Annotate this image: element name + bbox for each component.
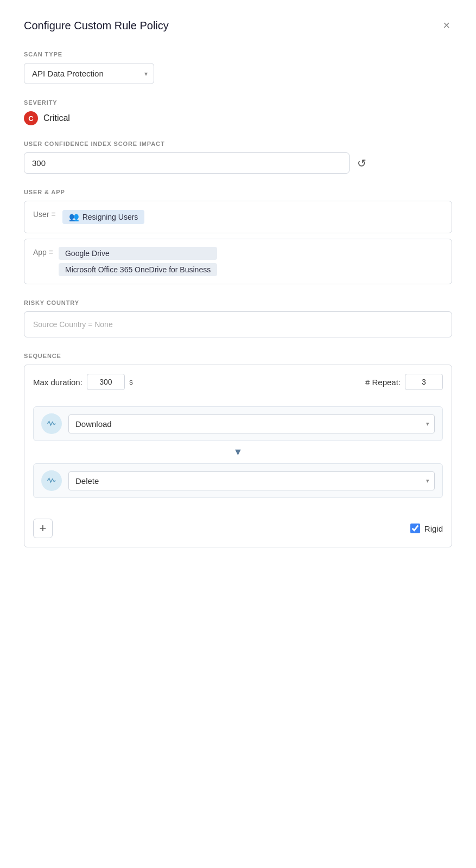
- sequence-box: Max duration: s # Repeat:: [24, 365, 452, 547]
- sequence-arrow-down: ▼: [33, 441, 443, 463]
- severity-label: SEVERITY: [24, 99, 452, 106]
- max-duration-input[interactable]: [87, 374, 125, 390]
- scan-type-select[interactable]: API Data Protection CASB Endpoint DLP: [24, 63, 154, 84]
- users-icon: 👥: [69, 212, 79, 222]
- user-tag-label: Resigning Users: [82, 213, 138, 221]
- app-tag-0[interactable]: Google Drive: [59, 247, 217, 260]
- risky-country-label: RISKY COUNTRY: [24, 299, 452, 306]
- user-tag[interactable]: 👥 Resigning Users: [62, 210, 145, 224]
- risky-country-section: RISKY COUNTRY Source Country = None: [24, 299, 452, 337]
- uci-label: USER CONFIDENCE INDEX SCORE IMPACT: [24, 141, 452, 147]
- sequence-inner: Download Upload Delete Share ▾ ▼: [33, 401, 443, 503]
- max-duration-group: Max duration: s: [33, 374, 133, 390]
- user-field-box[interactable]: User = 👥 Resigning Users: [24, 201, 452, 233]
- user-field-label: User =: [33, 209, 56, 219]
- activity-waveform-icon-0: [47, 419, 56, 429]
- sequence-label: SEQUENCE: [24, 353, 452, 359]
- sequence-footer: + Rigid: [33, 514, 443, 538]
- app-field-box[interactable]: App = Google Drive Microsoft Office 365 …: [24, 239, 452, 284]
- activity-select-wrapper-1: Download Upload Delete Share ▾: [68, 471, 435, 490]
- repeat-label: # Repeat:: [365, 378, 401, 387]
- max-duration-unit: s: [129, 378, 133, 386]
- scan-type-label: SCAN TYPE: [24, 51, 452, 58]
- rigid-label[interactable]: Rigid: [424, 524, 443, 533]
- activity-waveform-icon-1: [47, 476, 56, 486]
- modal-header: Configure Custom Rule Policy ×: [24, 17, 452, 34]
- severity-value: Critical: [43, 113, 70, 123]
- risky-country-placeholder: Source Country = None: [33, 320, 113, 329]
- rigid-row: Rigid: [410, 524, 443, 533]
- risky-country-box[interactable]: Source Country = None: [24, 311, 452, 337]
- uci-reset-button[interactable]: ↺: [355, 155, 369, 172]
- modal-title: Configure Custom Rule Policy: [24, 20, 169, 32]
- severity-badge: C: [24, 111, 38, 125]
- activity-row-0: Download Upload Delete Share ▾: [33, 406, 443, 441]
- repeat-group: # Repeat:: [365, 374, 443, 390]
- activity-select-0[interactable]: Download Upload Delete Share: [68, 414, 435, 433]
- activity-icon-0: [41, 413, 62, 434]
- activity-select-1[interactable]: Download Upload Delete Share: [68, 471, 435, 490]
- max-duration-label: Max duration:: [33, 378, 82, 387]
- sequence-header: Max duration: s # Repeat:: [33, 374, 443, 390]
- repeat-input[interactable]: [405, 374, 443, 390]
- activity-icon-1: [41, 470, 62, 491]
- sequence-section: SEQUENCE Max duration: s # Repeat:: [24, 353, 452, 547]
- scan-type-select-wrapper: API Data Protection CASB Endpoint DLP ▾: [24, 63, 154, 84]
- add-activity-button[interactable]: +: [33, 519, 53, 538]
- activity-row-1: Download Upload Delete Share ▾: [33, 463, 443, 498]
- uci-row: ↺: [24, 152, 452, 174]
- uci-input[interactable]: [24, 152, 350, 174]
- app-tag-1[interactable]: Microsoft Office 365 OneDrive for Busine…: [59, 263, 217, 276]
- configure-modal: Configure Custom Rule Policy × SCAN TYPE…: [0, 0, 476, 868]
- severity-row: C Critical: [24, 111, 452, 125]
- user-app-section: USER & APP User = 👥 Resigning Users App …: [24, 189, 452, 284]
- user-app-label: USER & APP: [24, 189, 452, 195]
- close-button[interactable]: ×: [441, 17, 452, 34]
- activity-select-wrapper-0: Download Upload Delete Share ▾: [68, 414, 435, 433]
- app-field-label: App =: [33, 247, 53, 257]
- severity-section: SEVERITY C Critical: [24, 99, 452, 125]
- rigid-checkbox[interactable]: [410, 524, 420, 533]
- uci-section: USER CONFIDENCE INDEX SCORE IMPACT ↺: [24, 141, 452, 174]
- app-tags: Google Drive Microsoft Office 365 OneDri…: [59, 247, 217, 276]
- scan-type-section: SCAN TYPE API Data Protection CASB Endpo…: [24, 51, 452, 84]
